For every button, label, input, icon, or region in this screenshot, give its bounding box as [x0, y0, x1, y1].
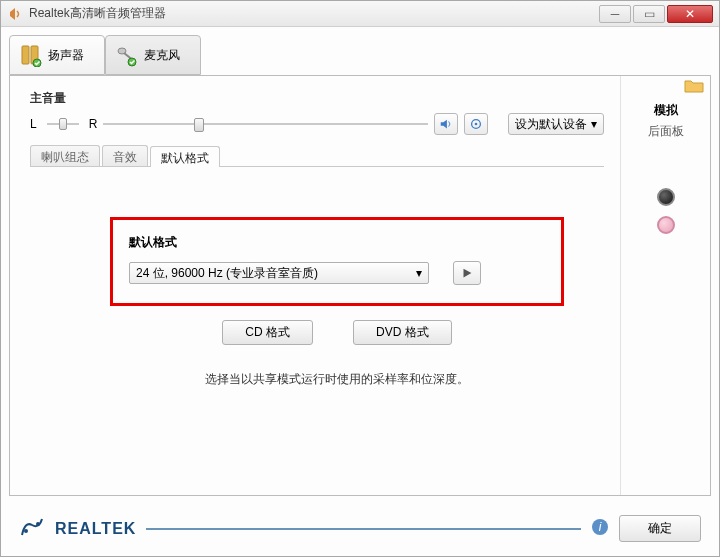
speaker-icon: [18, 43, 42, 67]
balance-left-label: L: [30, 117, 37, 131]
left-area: 主音量 L R: [10, 76, 620, 495]
jack-black[interactable]: [657, 188, 675, 206]
balance-slider[interactable]: [43, 116, 83, 132]
chevron-down-icon: ▾: [416, 266, 422, 280]
subtab-speaker-config[interactable]: 喇叭组态: [30, 145, 100, 166]
format-dropdown[interactable]: 24 位, 96000 Hz (专业录音室音质) ▾: [129, 262, 429, 284]
device-tabs: 扬声器 麦克风: [9, 35, 711, 77]
play-test-button[interactable]: [453, 261, 481, 285]
set-default-label: 设为默认设备: [515, 116, 587, 133]
close-button[interactable]: ✕: [667, 5, 713, 23]
tab-speaker[interactable]: 扬声器: [9, 35, 105, 75]
right-panel-title: 模拟: [627, 102, 704, 119]
brand-text: REALTEK: [55, 520, 136, 538]
microphone-icon: [114, 43, 138, 67]
svg-text:i: i: [599, 520, 602, 534]
main-volume-title: 主音量: [30, 90, 604, 107]
tab-speaker-label: 扬声器: [48, 47, 84, 64]
svg-point-7: [24, 529, 28, 533]
app-window: Realtek高清晰音频管理器 ─ ▭ ✕ 扬声器 麦克风 主音: [0, 0, 720, 557]
format-selected: 24 位, 96000 Hz (专业录音室音质): [136, 265, 318, 282]
titlebar: Realtek高清晰音频管理器 ─ ▭ ✕: [1, 1, 719, 27]
right-panel-sub: 后面板: [627, 123, 704, 140]
main-panel: 主音量 L R: [9, 75, 711, 496]
default-format-pane: 默认格式 24 位, 96000 Hz (专业录音室音质) ▾: [30, 167, 604, 408]
svg-point-8: [36, 522, 40, 526]
realtek-logo-icon: [19, 517, 45, 540]
info-icon[interactable]: i: [591, 518, 609, 539]
window-controls: ─ ▭ ✕: [597, 5, 713, 23]
window-title: Realtek高清晰音频管理器: [29, 5, 597, 22]
right-panel: 模拟 后面板: [620, 76, 710, 495]
cd-format-button[interactable]: CD 格式: [222, 320, 313, 345]
dvd-format-button[interactable]: DVD 格式: [353, 320, 452, 345]
tab-microphone[interactable]: 麦克风: [105, 35, 201, 75]
minimize-button[interactable]: ─: [599, 5, 631, 23]
jack-pink[interactable]: [657, 216, 675, 234]
volume-row: L R 设为默认设备: [30, 113, 604, 135]
folder-icon[interactable]: [684, 78, 704, 97]
ok-button[interactable]: 确定: [619, 515, 701, 542]
chevron-down-icon: ▾: [591, 117, 597, 131]
highlight-box: 默认格式 24 位, 96000 Hz (专业录音室音质) ▾: [110, 217, 564, 306]
svg-point-6: [475, 123, 478, 126]
maximize-button[interactable]: ▭: [633, 5, 665, 23]
subtab-default-format[interactable]: 默认格式: [150, 146, 220, 167]
balance-right-label: R: [89, 117, 98, 131]
volume-slider[interactable]: [103, 116, 428, 132]
footer: REALTEK i 确定: [19, 515, 701, 542]
format-hint-text: 选择当以共享模式运行时使用的采样率和位深度。: [110, 371, 564, 388]
default-format-title: 默认格式: [129, 234, 545, 251]
footer-divider: [146, 528, 581, 530]
set-default-device-button[interactable]: 设为默认设备 ▾: [508, 113, 604, 135]
subtab-sound-effect[interactable]: 音效: [102, 145, 148, 166]
volume-settings-button[interactable]: [464, 113, 488, 135]
app-icon: [7, 6, 23, 22]
svg-rect-0: [22, 46, 29, 64]
subtabs: 喇叭组态 音效 默认格式: [30, 145, 604, 167]
mute-button[interactable]: [434, 113, 458, 135]
client-area: 扬声器 麦克风 主音量 L R: [9, 35, 711, 496]
tab-microphone-label: 麦克风: [144, 47, 180, 64]
